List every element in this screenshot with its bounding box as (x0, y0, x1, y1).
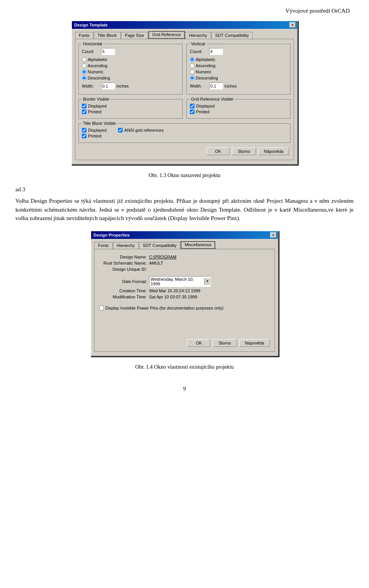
v-alphabetic-label: Alphabetic (196, 57, 215, 62)
border-visible-group: Border Visible Displayed Printed (78, 99, 183, 119)
design-unique-id-label: Design Unique ID: (99, 267, 149, 272)
tab2-fonts[interactable]: Fonts (94, 242, 113, 249)
grid-ref-visible-group: Grid Reference Visible Displayed Printed (186, 99, 291, 119)
dialog2-help-btn[interactable]: Nápověda (239, 339, 270, 347)
dialog1-tabs: Fonts Title Block Page Size Grid Referen… (75, 31, 294, 39)
design-template-dialog: Design Template × Fonts Title Block Page (71, 20, 298, 165)
display-invisible-checkbox[interactable] (99, 306, 104, 310)
root-schematic-value: AMULT (149, 261, 270, 265)
dialog2-ok-btn[interactable]: OK (187, 339, 210, 347)
tbv-displayed-checkbox[interactable] (82, 128, 86, 133)
date-format-value: Wednesday, March 10, 1999 (150, 277, 204, 287)
tbv-displayed-label: Displayed (88, 128, 106, 133)
design-unique-id-value (149, 267, 270, 272)
bv-displayed-row: Displayed (82, 104, 179, 108)
tab-grid-reference[interactable]: Grid Reference (148, 31, 185, 39)
tab-fonts[interactable]: Fonts (75, 32, 93, 39)
title-block-visible-group: Title Block Visible Displayed Prin (78, 123, 291, 143)
caption2: Obr. 1.4 Okno vlastností existujícího pr… (15, 364, 354, 370)
dialog1-titlebar-buttons: × (289, 22, 296, 28)
caption1: Obr. 1.3 Okno nastavení projektu (15, 172, 354, 179)
h-count-row: Count: (82, 48, 179, 55)
tab2-miscellaneous[interactable]: Miscellaneous (181, 241, 215, 249)
page-header: Vývojové prostředí OrCAD (15, 8, 354, 14)
dialog1-close-btn[interactable]: × (289, 22, 296, 28)
v-ascending-radio[interactable] (190, 63, 194, 68)
date-format-label: Date Format: (99, 279, 149, 284)
dialog1-ok-btn[interactable]: OK (206, 147, 229, 155)
dialog1-title: Design Template (74, 23, 108, 27)
dialog2-fields: Design Name: C:\PROGRAM Root Schematic N… (98, 252, 271, 337)
dialog2-cancel-btn[interactable]: Storno (213, 339, 236, 347)
root-schematic-label: Root Schematic Name: (99, 261, 149, 265)
h-radio-group: Alphabetic Ascending Numeric (82, 56, 179, 81)
h-count-label: Count: (82, 49, 101, 54)
tbv-printed-checkbox[interactable] (82, 134, 86, 138)
dialog1-buttons: OK Storno Nápověda (78, 145, 291, 157)
display-invisible-label: Display Invisible Power Pins (for docume… (105, 306, 224, 310)
v-ascending-row: Ascending (190, 63, 287, 68)
date-format-combo[interactable]: Wednesday, March 10, 1999 ▼ (149, 276, 211, 287)
v-alphabetic-radio[interactable] (190, 57, 194, 62)
bv-printed-checkbox[interactable] (82, 109, 86, 114)
dialog2-tab-content: Design Name: C:\PROGRAM Root Schematic N… (94, 249, 275, 352)
dialog1-tab-content: Horizontal Count: Alphabetic (75, 39, 294, 160)
v-width-input[interactable] (209, 83, 223, 89)
design-name-label: Design Name: (99, 255, 149, 259)
modification-time-label: Modification Time: (99, 295, 149, 299)
tab2-sdt-compatibility[interactable]: SDT Compatibility (139, 242, 181, 249)
tab-hierarchy[interactable]: Hierarchy (185, 32, 211, 39)
h-descending-radio[interactable] (82, 76, 86, 80)
display-invisible-row: Display Invisible Power Pins (for docume… (99, 306, 270, 310)
h-numeric-row: Numeric (82, 70, 179, 74)
dialog2-buttons: OK Storno Nápověda (98, 337, 271, 348)
creation-time-value: Wed Mar 10 20:24:13 1999 (149, 288, 270, 293)
v-ascending-label: Ascending (196, 63, 215, 68)
dialog1-help-btn[interactable]: Nápověda (258, 147, 289, 155)
grv-displayed-label: Displayed (196, 104, 214, 108)
tab2-hierarchy[interactable]: Hierarchy (113, 242, 139, 249)
grv-displayed-row: Displayed (190, 104, 287, 108)
bv-displayed-label: Displayed (88, 104, 106, 108)
h-width-input[interactable] (101, 83, 115, 89)
h-alphabetic-radio[interactable] (82, 57, 86, 62)
tab-title-block[interactable]: Title Block (94, 32, 121, 39)
v-count-label: Count: (190, 49, 209, 54)
h-ascending-radio[interactable] (82, 63, 86, 68)
tbv-ansi-checkbox[interactable] (118, 128, 123, 133)
grv-printed-row: Printed (190, 109, 287, 114)
h-count-input[interactable] (101, 48, 115, 55)
design-unique-id-row: Design Unique ID: (99, 267, 270, 272)
v-numeric-label: Numeric (196, 70, 211, 74)
tab-page-size[interactable]: Page Size (121, 32, 148, 39)
modification-time-value: Sat Apr 10 03:07:35 1999 (149, 295, 270, 299)
v-descending-radio[interactable] (190, 76, 194, 80)
design-properties-dialog: Design Properties × Fonts Hierarchy SDT … (90, 230, 279, 356)
date-combo-dropdown-btn[interactable]: ▼ (204, 278, 210, 285)
v-count-input[interactable] (209, 48, 223, 55)
grv-displayed-checkbox[interactable] (190, 104, 194, 108)
dialog1-cancel-btn[interactable]: Storno (232, 147, 256, 155)
h-numeric-radio[interactable] (82, 70, 86, 74)
dialog2-title: Design Properties (93, 233, 130, 237)
vertical-group: Vertical Count: Alphabetic (186, 44, 291, 94)
bv-displayed-checkbox[interactable] (82, 104, 86, 108)
dialog2-body: Fonts Hierarchy SDT Compatibility Miscel… (91, 239, 278, 356)
tab-sdt-compatibility[interactable]: SDT Compatibility (211, 32, 253, 39)
modification-time-row: Modification Time: Sat Apr 10 03:07:35 1… (99, 295, 270, 299)
h-alphabetic-label: Alphabetic (88, 57, 107, 62)
v-width-label: Width: (190, 84, 209, 88)
grv-printed-label: Printed (196, 109, 209, 114)
grid-ref-visible-label: Grid Reference Visible (190, 97, 234, 101)
dialog2-close-btn[interactable]: × (270, 232, 276, 238)
h-descending-row: Descending (82, 76, 179, 80)
grv-printed-checkbox[interactable] (190, 109, 194, 114)
dialog2-container: Design Properties × Fonts Hierarchy SDT … (15, 230, 354, 356)
tbv-ansi-row: ANSI grid references (118, 128, 163, 133)
vertical-group-label: Vertical (190, 41, 206, 46)
v-numeric-radio[interactable] (190, 70, 194, 74)
v-alphabetic-row: Alphabetic (190, 57, 287, 62)
dialog2-titlebar: Design Properties × (91, 231, 278, 239)
v-count-row: Count: (190, 48, 287, 55)
date-format-row: Date Format: Wednesday, March 10, 1999 ▼ (99, 276, 270, 287)
